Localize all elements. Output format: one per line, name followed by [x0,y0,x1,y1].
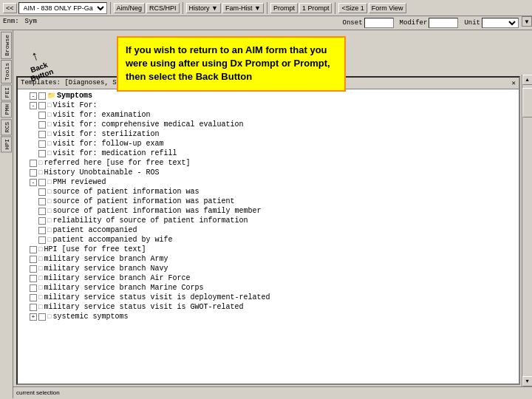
enm-label: Enm: [0,16,22,30]
list-item[interactable]: □ military service branch Air Force [19,273,517,283]
list-item[interactable]: □ source of patient information was pati… [19,197,517,206]
form-view-btn[interactable]: Form View [369,3,406,13]
item-text: patient accompanied by wife [52,236,172,244]
list-item[interactable]: - □ Visit For: [19,100,517,110]
fei-tab[interactable]: FEI [1,84,12,100]
back-nav-btn[interactable]: << [3,3,17,13]
hpi-tab[interactable]: HPI [1,136,12,152]
scroll-up-btn[interactable]: ▲ [522,75,533,85]
list-item[interactable]: □ reliability of source of patient infor… [19,216,517,225]
item-text: patient accompanied [52,226,137,234]
expand-icon[interactable]: + [30,313,37,321]
list-item[interactable]: □ military service branch Army [19,254,517,264]
checkbox[interactable] [38,208,46,215]
list-item[interactable]: □ military service branch Navy [19,264,517,273]
checkbox[interactable] [38,102,46,109]
list-item[interactable]: + □ systemic symptoms [19,312,517,321]
list-item[interactable]: □ visit for: comprehensive medical evalu… [19,120,517,129]
aim-selector[interactable]: AIM - 838 ONLY FP-Gare [18,2,107,14]
checkbox[interactable] [38,121,46,129]
list-item[interactable]: □ HPI [use for free text] [19,245,517,254]
onset-label: Onset [343,19,363,27]
checkbox[interactable] [30,275,37,282]
item-icon: □ [47,112,51,119]
checkbox[interactable] [38,227,46,234]
list-item[interactable]: □ visit for: examination [19,110,517,120]
list-item[interactable]: □ visit for: sterilization [19,129,517,139]
tree-content[interactable]: - 📁 Symptoms - □ Visit For: [18,89,519,383]
list-item[interactable]: □ visit for: follow-up exam [19,139,517,149]
history-btn[interactable]: History ▼ [186,3,221,13]
checkbox[interactable] [30,246,37,253]
item-icon: □ [47,208,51,215]
unit-select[interactable] [482,18,519,28]
checkbox[interactable] [38,179,46,186]
tree-close-btn[interactable]: ✕ [512,79,516,87]
list-item[interactable]: □ referred here [use for free text] [19,158,517,168]
checkbox[interactable] [30,256,37,263]
item-icon: □ [47,150,51,157]
checkbox[interactable] [38,150,46,157]
list-item[interactable]: □ source of patient information was fami… [19,206,517,216]
item-icon: □ [47,217,51,225]
list-item[interactable]: □ military service status visit is deplo… [19,293,517,302]
1prompt-btn[interactable]: 1 Prompt [299,3,332,13]
checkbox[interactable] [38,140,46,148]
scroll-thumb[interactable] [522,88,532,117]
list-item[interactable]: □ source of patient information was [19,187,517,197]
tooltip-text: If you wish to return to an AIM form tha… [126,44,330,82]
aim-neg-btn[interactable]: Aim/Neg [114,3,146,13]
checkbox[interactable] [30,304,37,311]
item-icon: □ [47,198,51,205]
rcs-tab[interactable]: RCS [1,119,12,135]
prompt-btn[interactable]: Prompt [270,3,298,13]
tools-tab[interactable]: Tools [1,60,12,83]
checkbox[interactable] [30,265,37,273]
item-icon: □ [38,160,42,167]
scroll-down-btn[interactable]: ▼ [522,16,532,27]
item-text: History Unobtainable - ROS [44,168,159,177]
list-item[interactable]: □ military service status visit is GWOT-… [19,302,517,312]
size-btn[interactable]: <Size 1 [338,3,366,13]
list-item[interactable]: - □ PMH reviewed [19,177,517,187]
fam-hist-btn[interactable]: Fam-Hist ▼ [222,3,264,13]
item-text: visit for: examination [52,111,150,119]
checkbox[interactable] [38,236,46,244]
tree-panel: Templates: [Diagnoses, Syndromes And Con… [16,76,520,385]
checkbox[interactable] [38,217,46,225]
checkbox[interactable] [30,160,37,167]
checkbox[interactable] [30,169,37,177]
scroll-track[interactable] [522,85,532,376]
list-item[interactable]: □ patient accompanied by wife [19,235,517,245]
list-item[interactable]: □ History Unobtainable - ROS [19,168,517,177]
checkbox[interactable] [30,284,37,292]
list-item[interactable]: - 📁 Symptoms [19,91,517,100]
scroll-down-btn2[interactable]: ▼ [522,376,533,386]
checkbox[interactable] [38,112,46,119]
pmh-tab[interactable]: PMH [1,101,12,117]
onset-input[interactable] [364,18,394,28]
onset-group: Onset [340,16,397,30]
rcs-hpi-btn[interactable]: RCS/HPI [146,3,180,13]
checkbox[interactable] [38,131,46,138]
item-text: visit for: medication refill [52,149,177,157]
list-item[interactable]: □ visit for: medication refill [19,149,517,158]
checkbox[interactable] [38,198,46,205]
item-text: reliability of source of patient informa… [52,216,248,225]
checkbox[interactable] [38,188,46,196]
list-item[interactable]: □ military service branch Marine Corps [19,283,517,293]
folder-icon: 📁 [47,92,55,100]
modifier-input[interactable] [429,18,458,28]
tree-scrollbar: ▲ ▼ [522,75,532,386]
list-item[interactable]: □ patient accompanied [19,225,517,235]
expand-icon[interactable]: - [30,92,37,100]
checkbox[interactable] [38,313,46,321]
expand-icon[interactable]: - [30,179,37,186]
browse-tab[interactable]: Browse [1,32,12,59]
status-text: current selection [16,389,60,396]
checkbox[interactable] [30,294,37,301]
checkbox[interactable] [38,92,46,100]
item-icon: □ [47,227,51,234]
expand-icon[interactable]: - [30,102,37,109]
item-icon: □ [38,265,42,273]
